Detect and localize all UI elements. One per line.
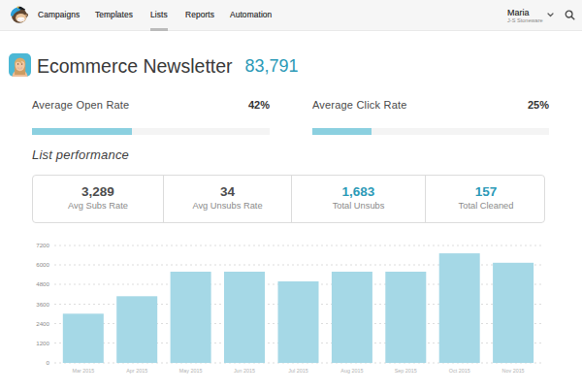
- svg-text:Mar 2015: Mar 2015: [72, 368, 94, 374]
- svg-text:0: 0: [47, 359, 50, 366]
- svg-text:Apr 2015: Apr 2015: [126, 368, 147, 374]
- svg-text:Aug 2015: Aug 2015: [340, 368, 363, 374]
- svg-text:1200: 1200: [36, 340, 49, 346]
- svg-text:Jul 2015: Jul 2015: [288, 368, 307, 374]
- svg-text:Nov 2015: Nov 2015: [502, 368, 525, 374]
- svg-text:Sep 2015: Sep 2015: [395, 368, 417, 374]
- svg-text:7200: 7200: [36, 242, 49, 248]
- svg-text:2400: 2400: [36, 320, 49, 327]
- svg-text:3600: 3600: [36, 301, 49, 308]
- svg-text:Jun 2015: Jun 2015: [234, 368, 255, 374]
- svg-text:4800: 4800: [36, 280, 49, 287]
- svg-text:May 2015: May 2015: [179, 368, 203, 374]
- svg-text:6000: 6000: [36, 261, 49, 268]
- svg-text:Oct 2015: Oct 2015: [449, 368, 470, 374]
